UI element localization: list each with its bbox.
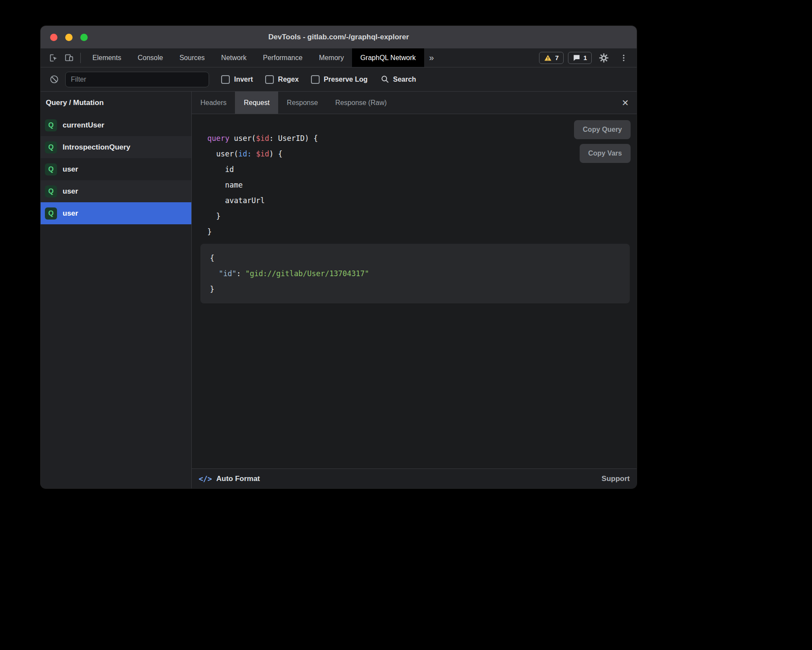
- tab-elements[interactable]: Elements: [84, 48, 130, 67]
- close-panel-icon[interactable]: ✕: [622, 99, 629, 107]
- tab-label: Request: [244, 99, 270, 107]
- preserve-log-label: Preserve Log: [324, 76, 368, 83]
- tab-label: Network: [221, 54, 247, 62]
- devtools-tab-bar: Elements Console Sources Network Perform…: [41, 48, 637, 67]
- invert-checkbox[interactable]: [221, 75, 230, 84]
- inspect-element-icon[interactable]: [46, 51, 61, 65]
- message-count: 1: [584, 54, 587, 61]
- message-icon: [573, 54, 580, 62]
- query-row-introspectionquery[interactable]: Q IntrospectionQuery: [41, 136, 191, 158]
- auto-format-control[interactable]: </> Auto Format: [199, 475, 260, 483]
- tab-label: Console: [138, 54, 163, 62]
- query-type-badge: Q: [45, 119, 57, 131]
- device-toolbar-icon[interactable]: [61, 51, 77, 65]
- warnings-badge[interactable]: 7: [539, 52, 563, 64]
- filter-input[interactable]: [65, 72, 209, 87]
- query-row-user-3-selected[interactable]: Q user: [41, 202, 191, 224]
- query-row-user-2[interactable]: Q user: [41, 180, 191, 202]
- tab-request[interactable]: Request: [235, 92, 278, 114]
- maximize-window-button[interactable]: [80, 34, 88, 41]
- regex-label: Regex: [278, 76, 299, 83]
- tab-response[interactable]: Response: [278, 92, 327, 114]
- request-query-code: query user($id: UserID) { user(id: $id) …: [192, 114, 637, 239]
- close-window-button[interactable]: [50, 34, 57, 41]
- tab-memory[interactable]: Memory: [311, 48, 352, 67]
- minimize-window-button[interactable]: [65, 34, 73, 41]
- query-row-currentuser[interactable]: Q currentUser: [41, 114, 191, 136]
- query-row-label: currentUser: [63, 121, 104, 130]
- request-tab-content: Copy Query Copy Vars query user($id: Use…: [192, 114, 637, 468]
- tabbar-right-controls: 7 1: [539, 51, 631, 65]
- query-list-panel: Query / Mutation Q currentUser Q Introsp…: [41, 92, 192, 488]
- query-list-header: Query / Mutation: [41, 92, 191, 114]
- tab-label: Memory: [319, 54, 344, 62]
- query-type-badge: Q: [45, 163, 57, 175]
- regex-checkbox[interactable]: [265, 75, 274, 84]
- query-row-label: user: [63, 165, 78, 174]
- tab-headers[interactable]: Headers: [192, 92, 235, 114]
- tab-response-raw[interactable]: Response (Raw): [327, 92, 395, 114]
- query-type-badge: Q: [45, 207, 57, 220]
- request-detail-panel: Headers Request Response Response (Raw) …: [192, 92, 637, 488]
- title-bar: DevTools - gitlab.com/-/graphql-explorer: [41, 26, 637, 48]
- support-link[interactable]: Support: [602, 475, 630, 483]
- copy-buttons: Copy Query Copy Vars: [574, 120, 631, 163]
- tab-label: GraphQL Network: [360, 54, 416, 62]
- regex-toggle[interactable]: Regex: [265, 75, 299, 84]
- settings-gear-icon[interactable]: [596, 51, 612, 65]
- tab-label: Response (Raw): [335, 99, 387, 107]
- copy-vars-button[interactable]: Copy Vars: [580, 144, 631, 163]
- tab-label: Response: [287, 99, 318, 107]
- filter-toolbar: Invert Regex Preserve Log Search: [41, 67, 637, 92]
- tab-network[interactable]: Network: [213, 48, 255, 67]
- preserve-log-toggle[interactable]: Preserve Log: [311, 75, 368, 84]
- warning-icon: [544, 54, 552, 62]
- preserve-log-checkbox[interactable]: [311, 75, 320, 84]
- detail-footer: </> Auto Format Support: [192, 468, 637, 488]
- query-type-badge: Q: [45, 185, 57, 198]
- tab-label: Performance: [263, 54, 303, 62]
- tab-label: Headers: [200, 99, 226, 107]
- query-row-user-1[interactable]: Q user: [41, 158, 191, 180]
- copy-query-button[interactable]: Copy Query: [574, 120, 631, 139]
- query-row-label: user: [63, 187, 78, 196]
- tab-label: Elements: [92, 54, 121, 62]
- more-tabs-chevron-icon[interactable]: »: [424, 53, 439, 63]
- invert-toggle[interactable]: Invert: [221, 75, 253, 84]
- query-row-label: user: [63, 209, 78, 218]
- search-control[interactable]: Search: [381, 75, 416, 84]
- devtools-window: DevTools - gitlab.com/-/graphql-explorer…: [41, 26, 637, 488]
- main-split: Query / Mutation Q currentUser Q Introsp…: [41, 92, 637, 488]
- auto-format-label: Auto Format: [216, 475, 260, 483]
- window-title: DevTools - gitlab.com/-/graphql-explorer: [41, 33, 637, 41]
- tab-label: Sources: [179, 54, 205, 62]
- tab-graphql-network[interactable]: GraphQL Network: [352, 48, 424, 67]
- invert-label: Invert: [234, 76, 253, 83]
- query-row-label: IntrospectionQuery: [63, 143, 130, 152]
- kebab-menu-icon[interactable]: [616, 51, 631, 65]
- toolbar-separator: [80, 53, 81, 63]
- detail-tab-bar: Headers Request Response Response (Raw) …: [192, 92, 637, 114]
- traffic-lights: [50, 34, 88, 41]
- tab-console[interactable]: Console: [130, 48, 171, 67]
- clear-block-icon[interactable]: [49, 74, 59, 84]
- tab-performance[interactable]: Performance: [255, 48, 311, 67]
- issues-badge[interactable]: 1: [568, 52, 592, 64]
- warning-count: 7: [555, 54, 558, 61]
- request-variables-box: { "id": "gid://gitlab/User/13704317"}: [200, 244, 630, 303]
- search-label: Search: [393, 76, 416, 83]
- code-brackets-icon: </>: [199, 475, 212, 483]
- query-type-badge: Q: [45, 141, 57, 153]
- tab-sources[interactable]: Sources: [171, 48, 213, 67]
- search-icon: [381, 75, 390, 84]
